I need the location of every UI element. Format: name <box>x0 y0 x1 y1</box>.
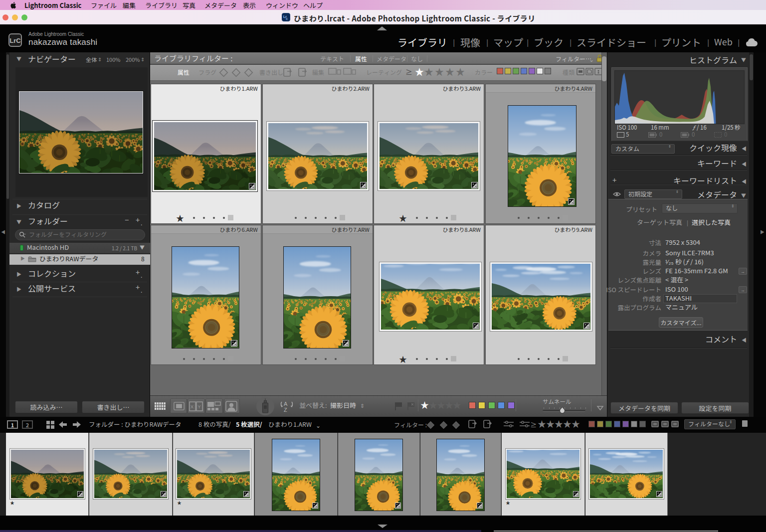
svg-text:Y: Y <box>198 404 201 409</box>
svg-text:C: C <box>286 17 288 20</box>
svg-text:X: X <box>191 404 193 409</box>
svg-text:A: A <box>284 401 288 407</box>
svg-text:Z: Z <box>284 407 287 413</box>
